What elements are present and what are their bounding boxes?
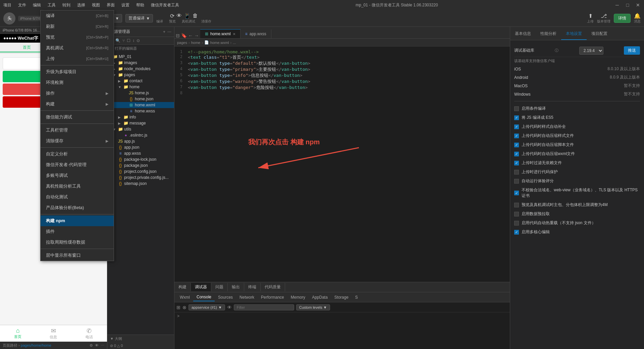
- menu-help[interactable]: 帮助: [136, 2, 144, 8]
- bottom-tab-build[interactable]: 构建: [174, 283, 191, 291]
- tree-pages[interactable]: ▼ 📁 pages: [107, 72, 174, 78]
- menu-compile[interactable]: 编译[Ctrl+B]: [41, 10, 114, 21]
- menu-custom-analysis[interactable]: 自定义分析: [41, 149, 114, 159]
- cb-3[interactable]: ✓: [514, 134, 519, 138]
- path-icon3[interactable]: ⋯: [101, 343, 104, 348]
- console-expand-icon[interactable]: ⊞: [176, 305, 180, 310]
- tree-root[interactable]: ▼ 📁 MP_01: [107, 54, 174, 60]
- bottom-tab-issues[interactable]: 问题: [211, 283, 228, 291]
- tree-sitemap[interactable]: ▶ {} sitemap.json: [107, 181, 174, 187]
- menu-perf-tool[interactable]: 真机性能分析工具: [41, 181, 114, 192]
- compile-mode-btn[interactable]: 普通编译 ▼: [125, 14, 153, 22]
- menu-settings[interactable]: 设置: [121, 2, 129, 8]
- tree-utils[interactable]: ▼ 📁 utils: [107, 126, 174, 132]
- cb-13[interactable]: ✓: [514, 230, 519, 235]
- menu-interface[interactable]: 界面: [107, 2, 115, 8]
- tab-home-wxml[interactable]: ⊞ home.wxml ✕: [200, 29, 240, 38]
- menu-file[interactable]: 文件: [18, 2, 26, 8]
- realtest-icon[interactable]: 📱: [184, 13, 191, 19]
- right-tab-basic[interactable]: 基本信息: [510, 28, 536, 40]
- cb-6[interactable]: ✓: [514, 161, 519, 165]
- minimize-button[interactable]: ─: [614, 2, 620, 8]
- cb-5[interactable]: ✓: [514, 152, 519, 156]
- console-block-icon[interactable]: ⊗: [182, 305, 186, 310]
- menu-multi-account[interactable]: 多账号调试: [41, 170, 114, 181]
- devtool-sources[interactable]: Sources: [215, 294, 236, 301]
- debug-lib-info-icon[interactable]: ⓘ: [555, 48, 558, 53]
- menu-operations[interactable]: 操作▶: [41, 88, 114, 99]
- tree-pkg-lock[interactable]: ▶ {} package-lock.json: [107, 156, 174, 162]
- menu-project[interactable]: 项目: [3, 2, 11, 8]
- version-icon[interactable]: ⎇: [601, 13, 607, 19]
- menu-clearcache[interactable]: 清除缓存▶: [41, 136, 114, 146]
- devtool-console[interactable]: Console: [193, 293, 215, 301]
- devtool-storage[interactable]: Storage: [331, 294, 352, 301]
- maximize-button[interactable]: □: [625, 2, 630, 8]
- bottom-tab-quality[interactable]: 代码质量: [261, 283, 285, 291]
- menu-auto-test[interactable]: 自动化测试: [41, 192, 114, 202]
- tree-eslint[interactable]: ▶ ● .eslintrc.js: [107, 132, 174, 138]
- menu-show-all-windows[interactable]: 层中显示所有窗口: [41, 250, 114, 261]
- tree-app-js[interactable]: ▶ JS app.js: [107, 138, 174, 144]
- tree-project-config[interactable]: ▶ {} project.config.json: [107, 168, 174, 174]
- opened-editors-label[interactable]: ▶ 打开的编辑器: [107, 45, 174, 52]
- tree-images[interactable]: ▶ 📁 images: [107, 60, 174, 66]
- menu-goto[interactable]: 转到: [62, 2, 70, 8]
- menu-product-analysis[interactable]: 产品体验分析(Beta): [41, 202, 114, 213]
- console-prompt[interactable]: >: [177, 314, 179, 318]
- path-icon1[interactable]: ⚙: [90, 343, 93, 348]
- close-button[interactable]: ✕: [635, 2, 641, 8]
- cb-7[interactable]: [514, 170, 519, 174]
- tree-contact[interactable]: ▶ 📁 contact: [107, 78, 174, 84]
- tree-info[interactable]: ▶ 📁 info: [107, 114, 174, 120]
- compile-icon[interactable]: ⟳: [170, 13, 174, 19]
- tree-app-json[interactable]: ▶ {} app.json: [107, 144, 174, 150]
- split-icon[interactable]: ⊟: [176, 33, 180, 38]
- devtool-wxml[interactable]: Wxml: [176, 294, 193, 301]
- ft-icon6[interactable]: ⊙: [137, 38, 140, 43]
- cb-0[interactable]: [514, 106, 519, 111]
- cb-11[interactable]: [514, 212, 519, 216]
- cb-8[interactable]: [514, 179, 519, 184]
- bottom-tab-terminal[interactable]: 终端: [244, 283, 261, 291]
- tree-home[interactable]: ▼ 📁 home: [107, 84, 174, 90]
- menu-preview[interactable]: 预览[Ctrl+Shift+P]: [41, 32, 114, 43]
- tree-app-wxss[interactable]: ▶ ≡ app.wxss: [107, 150, 174, 156]
- menu-build-sub[interactable]: 构建▶: [41, 99, 114, 109]
- notify-icon[interactable]: 🔔: [634, 13, 641, 19]
- menu-realtest[interactable]: 真机调试[Ctrl+Shift+R]: [41, 43, 114, 53]
- menu-select[interactable]: 选择: [77, 2, 85, 8]
- menu-build-npm[interactable]: 构建 npm: [41, 215, 114, 226]
- push-btn[interactable]: 推送: [624, 46, 640, 55]
- phone-bottom-phone[interactable]: ✆电话: [71, 325, 107, 342]
- forward-icon[interactable]: →: [194, 33, 199, 38]
- ft-icon2[interactable]: 🔍: [115, 38, 120, 43]
- tab-app-wxss[interactable]: ≡ app.wxss: [240, 30, 271, 38]
- cb-12[interactable]: [514, 221, 519, 226]
- tree-home-wxml[interactable]: ▶ ⊞ home.wxml: [107, 102, 174, 108]
- tree-home-json[interactable]: ▶ {} home.json: [107, 96, 174, 102]
- detail-btn[interactable]: 详情: [614, 14, 631, 23]
- right-tab-performance[interactable]: 性能分析: [536, 28, 561, 40]
- menu-plugin[interactable]: 插件: [41, 226, 114, 237]
- menu-view[interactable]: 视图: [92, 2, 100, 8]
- filepanel-menu-icon[interactable]: ⋯: [167, 30, 171, 34]
- devtool-performance[interactable]: Performance: [258, 294, 287, 301]
- ft-icon3[interactable]: ⑂: [122, 38, 125, 43]
- menu-fetch-cache[interactable]: 拉取周期性缓存数据: [41, 237, 114, 248]
- menu-wechat-debug[interactable]: 微信能力调试: [41, 112, 114, 122]
- tree-node-modules[interactable]: ▶ 📁 node_modules: [107, 66, 174, 72]
- tree-message[interactable]: ▶ 📁 message: [107, 120, 174, 126]
- phone-bottom-home[interactable]: ⌂首页: [0, 325, 36, 342]
- tree-pkg-json[interactable]: ▶ {} package.json: [107, 162, 174, 168]
- ft-icon4[interactable]: ☐: [127, 38, 130, 43]
- devtool-s[interactable]: S: [352, 294, 361, 301]
- menu-toolbar-mgr[interactable]: 工具栏管理: [41, 125, 114, 136]
- console-eye-icon[interactable]: 👁: [227, 305, 232, 310]
- path-icon2[interactable]: 👁: [95, 343, 99, 348]
- devtool-network[interactable]: Network: [236, 294, 258, 301]
- tab-close-icon[interactable]: ✕: [233, 32, 235, 36]
- menu-env[interactable]: 环境检测: [41, 77, 114, 88]
- cb-2[interactable]: ✓: [514, 124, 519, 129]
- cb-4[interactable]: ✓: [514, 143, 519, 147]
